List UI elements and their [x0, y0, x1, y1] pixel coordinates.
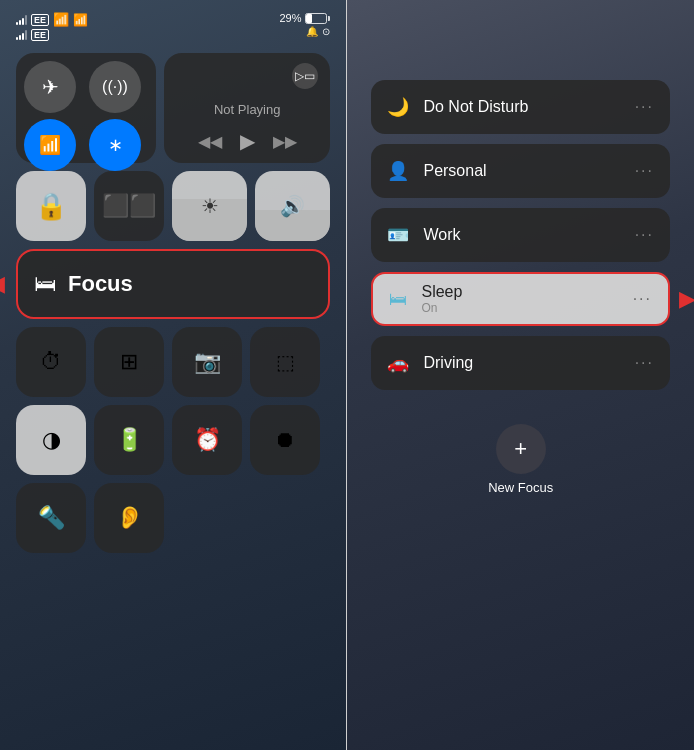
- battery-widget[interactable]: 🔋: [94, 405, 164, 475]
- status-row-1: EE 📶 📶: [16, 12, 88, 27]
- calculator-button[interactable]: ⊞: [94, 327, 164, 397]
- airplay-button[interactable]: ▷▭: [292, 63, 318, 89]
- focus-option-personal[interactable]: 👤 Personal ···: [371, 144, 670, 198]
- status-left: EE 📶 📶 EE: [16, 12, 88, 41]
- battery-widget-icon: 🔋: [116, 427, 143, 453]
- media-widget: ▷▭ Not Playing ◀◀ ▶ ▶▶: [164, 53, 330, 163]
- dark-mode-button[interactable]: ◑: [16, 405, 86, 475]
- driving-icon: 🚗: [387, 352, 409, 374]
- alarm-icon: ⏰: [194, 427, 221, 453]
- flashlight-button[interactable]: 🔦: [16, 483, 86, 553]
- camera-button[interactable]: 📷: [172, 327, 242, 397]
- dark-mode-icon: ◑: [42, 427, 61, 453]
- mirror-icon: ⬛⬛: [102, 193, 156, 219]
- dnd-icon: 🌙: [387, 96, 409, 118]
- second-row: 🔒 ⬛⬛ ☀ 🔊: [16, 171, 330, 241]
- left-arrow: ◀: [0, 271, 5, 297]
- focus-label: Focus: [68, 271, 133, 297]
- personal-name: Personal: [423, 162, 620, 180]
- status-right: 29% 🔔 ⊙: [279, 12, 330, 37]
- record-icon: ⏺: [274, 427, 296, 453]
- cc-grid: ✈ ((·)) 📶 ∗ ▷▭ Not Playing ◀◀ ▶ ▶▶ 🔒: [0, 45, 346, 565]
- screen-time-button[interactable]: 🔒: [16, 171, 86, 241]
- work-icon: 🪪: [387, 224, 409, 246]
- driving-dots[interactable]: ···: [635, 354, 654, 372]
- bluetooth-button[interactable]: ∗: [89, 119, 141, 171]
- status-bar: EE 📶 📶 EE 29%: [0, 0, 346, 45]
- top-row: ✈ ((·)) 📶 ∗ ▷▭ Not Playing ◀◀ ▶ ▶▶: [16, 53, 330, 163]
- media-controls: ◀◀ ▶ ▶▶: [176, 129, 318, 153]
- airplane-mode-button[interactable]: ✈: [24, 61, 76, 113]
- flashlight-icon: 🔦: [38, 505, 65, 531]
- personal-text: Personal: [423, 162, 620, 180]
- screen-mirror-button[interactable]: ⬛⬛: [94, 171, 164, 241]
- work-name: Work: [423, 226, 620, 244]
- focus-option-dnd[interactable]: 🌙 Do Not Disturb ···: [371, 80, 670, 134]
- signal-bars-2: [16, 30, 27, 40]
- camera-icon: 📷: [194, 349, 221, 375]
- fifth-row: 🔦 👂: [16, 483, 330, 553]
- dnd-dots[interactable]: ···: [635, 98, 654, 116]
- focus-icon: 🛏: [34, 271, 56, 297]
- wifi-icon-1: 📶: [53, 12, 69, 27]
- lock-rotation-icon: 🔒: [35, 191, 67, 222]
- right-panel: 🌙 Do Not Disturb ··· 👤 Personal ··· 🪪 Wo…: [347, 0, 694, 750]
- play-button[interactable]: ▶: [240, 129, 255, 153]
- qr-icon: ⬚: [276, 350, 295, 374]
- next-button[interactable]: ▶▶: [273, 132, 297, 151]
- sleep-icon: 🛏: [389, 289, 407, 310]
- hearing-button[interactable]: 👂: [94, 483, 164, 553]
- personal-icon: 👤: [387, 160, 409, 182]
- carrier-2: EE: [31, 29, 49, 41]
- wifi-button[interactable]: 📶: [24, 119, 76, 171]
- timer-icon: ⏱: [40, 349, 62, 375]
- focus-option-sleep[interactable]: 🛏 Sleep On ··· ▶: [371, 272, 670, 326]
- hearing-icon: 👂: [116, 505, 143, 531]
- brightness-icon: ☀: [201, 194, 219, 218]
- volume-icon: 🔊: [280, 194, 305, 218]
- alarm-button[interactable]: ⏰: [172, 405, 242, 475]
- right-arrow: ▶: [679, 286, 694, 312]
- work-dots[interactable]: ···: [635, 226, 654, 244]
- left-panel: EE 📶 📶 EE 29%: [0, 0, 346, 750]
- focus-option-work[interactable]: 🪪 Work ···: [371, 208, 670, 262]
- driving-text: Driving: [423, 354, 620, 372]
- focus-option-driving[interactable]: 🚗 Driving ···: [371, 336, 670, 390]
- dnd-name: Do Not Disturb: [423, 98, 620, 116]
- driving-name: Driving: [423, 354, 620, 372]
- signal-bars-1: [16, 15, 27, 25]
- prev-button[interactable]: ◀◀: [198, 132, 222, 151]
- new-focus-button[interactable]: + New Focus: [488, 424, 553, 495]
- battery-fill: [306, 14, 312, 23]
- volume-slider[interactable]: 🔊: [255, 171, 330, 241]
- battery-row: 29%: [279, 12, 330, 24]
- battery-tip: [328, 16, 330, 21]
- media-title: Not Playing: [176, 102, 318, 117]
- sleep-text: Sleep On: [421, 283, 618, 315]
- battery-percent: 29%: [279, 12, 301, 24]
- battery-icon: [305, 13, 330, 24]
- status-icons-row: 🔔 ⊙: [306, 26, 330, 37]
- carrier-1: EE: [31, 14, 49, 26]
- work-text: Work: [423, 226, 620, 244]
- new-focus-label: New Focus: [488, 480, 553, 495]
- alarm-status-icon: 🔔: [306, 26, 318, 37]
- focus-button[interactable]: 🛏 Focus: [16, 249, 330, 319]
- third-row: ⏱ ⊞ 📷 ⬚: [16, 327, 330, 397]
- timer-button[interactable]: ⏱: [16, 327, 86, 397]
- personal-dots[interactable]: ···: [635, 162, 654, 180]
- calculator-icon: ⊞: [120, 349, 138, 375]
- new-focus-circle: +: [496, 424, 546, 474]
- cellular-button[interactable]: ((·)): [89, 61, 141, 113]
- sleep-sub: On: [421, 301, 618, 315]
- status-row-2: EE: [16, 29, 88, 41]
- record-button[interactable]: ⏺: [250, 405, 320, 475]
- media-top: ▷▭: [176, 63, 318, 89]
- sleep-name: Sleep: [421, 283, 618, 301]
- dnd-text: Do Not Disturb: [423, 98, 620, 116]
- sleep-dots[interactable]: ···: [633, 290, 652, 308]
- qr-button[interactable]: ⬚: [250, 327, 320, 397]
- connectivity-widget: ✈ ((·)) 📶 ∗: [16, 53, 156, 163]
- brightness-slider[interactable]: ☀: [172, 171, 247, 241]
- battery-body: [305, 13, 327, 24]
